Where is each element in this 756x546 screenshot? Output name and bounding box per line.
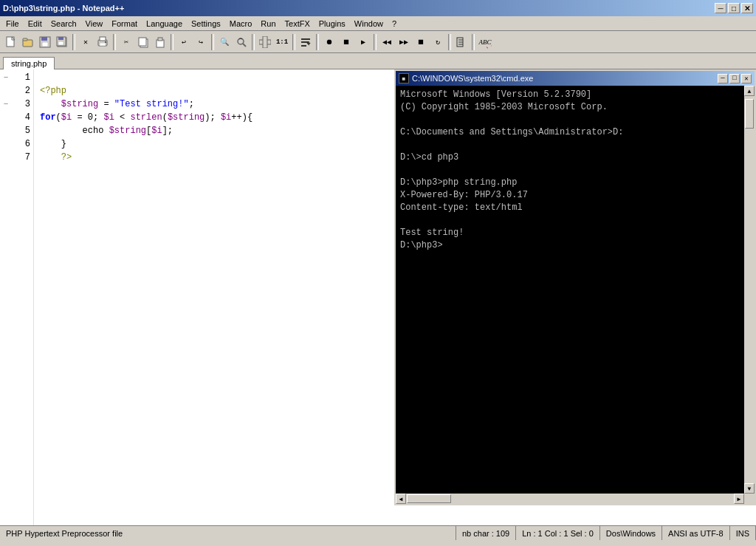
menu-run[interactable]: Run	[256, 18, 280, 30]
separator-2	[113, 34, 116, 50]
save-all-button[interactable]	[54, 34, 70, 50]
cmd-close-button[interactable]: ✕	[741, 74, 752, 83]
fold-1[interactable]: −	[0, 71, 12, 84]
menu-view[interactable]: View	[81, 18, 108, 30]
cmd-scroll-left[interactable]: ◀	[396, 494, 406, 504]
menu-plugins[interactable]: Plugins	[315, 18, 350, 30]
cmd-maximize-button[interactable]: □	[729, 74, 740, 83]
close-button[interactable]: ✕	[741, 3, 753, 13]
new-button[interactable]	[3, 34, 19, 50]
svg-rect-18	[158, 38, 162, 41]
minimize-button[interactable]: ─	[715, 3, 726, 13]
svg-rect-16	[139, 38, 146, 46]
title-bar: D:\php3\string.php - Notepad++ ─ □ ✕	[0, 0, 756, 16]
menu-window[interactable]: Window	[350, 18, 388, 30]
separator-3	[171, 34, 173, 50]
tab-bar: string.php	[0, 53, 756, 69]
menu-search[interactable]: Search	[47, 18, 81, 30]
cmd-minimize-button[interactable]: ─	[718, 74, 728, 83]
separator-10	[472, 34, 475, 50]
menu-bar: File Edit Search View Format Language Se…	[0, 16, 756, 31]
fold-markers: − −	[0, 69, 12, 525]
zoom-in-button[interactable]	[257, 34, 273, 50]
play-macro-button[interactable]: ▶	[355, 34, 371, 50]
cmd-scroll-up[interactable]: ▲	[744, 86, 755, 96]
cmd-scrollbar-corner	[744, 494, 755, 504]
cmd-hscroll-track[interactable]	[406, 494, 734, 504]
status-nb-char: nb char : 109	[456, 526, 516, 540]
menu-format[interactable]: Format	[107, 18, 142, 30]
undo-button[interactable]: ↩	[176, 34, 192, 50]
cmd-scroll-track[interactable]	[744, 96, 755, 483]
cmd-window: ■ C:\WINDOWS\system32\cmd.exe ─ □ ✕ Micr…	[394, 69, 756, 505]
cmd-icon: ■	[399, 73, 409, 83]
fold-4	[0, 111, 12, 124]
cmd-window-controls: ─ □ ✕	[718, 74, 752, 83]
menu-file[interactable]: File	[1, 18, 24, 30]
window-controls: ─ □ ✕	[715, 3, 753, 13]
menu-language[interactable]: Language	[142, 18, 187, 30]
menu-macro[interactable]: Macro	[225, 18, 257, 30]
close-tab-button[interactable]: ✕	[78, 34, 94, 50]
toolbar: ✕ ✂ ↩ ↪ 🔍 1:1 ⏺ ⏹ ▶ ◀◀ ▶▶ ⏹ ↻ ABC	[0, 31, 756, 53]
print-button[interactable]	[94, 34, 111, 50]
status-ins: INS	[730, 526, 756, 540]
menu-textfx[interactable]: TextFX	[281, 18, 315, 30]
separator-8	[374, 34, 377, 50]
stop-button[interactable]: ⏹	[413, 34, 429, 50]
svg-rect-10	[58, 41, 63, 45]
svg-point-19	[238, 38, 244, 44]
menu-edit[interactable]: Edit	[24, 18, 47, 30]
status-bar: PHP Hypertext Preprocessor file nb char …	[0, 525, 756, 540]
macro-play-button[interactable]	[453, 34, 470, 50]
fold-2	[0, 84, 12, 98]
cut-button[interactable]: ✂	[118, 34, 134, 50]
separator-6	[292, 34, 295, 50]
menu-help[interactable]: ?	[388, 18, 401, 30]
fold-5	[0, 124, 12, 137]
svg-rect-22	[263, 36, 267, 48]
cmd-hscrollbar[interactable]: ◀ ▶	[396, 494, 755, 504]
paste-button[interactable]	[152, 34, 168, 50]
cmd-scroll-right[interactable]: ▶	[734, 494, 744, 504]
status-file-type: PHP Hypertext Preprocessor file	[0, 526, 456, 540]
cmd-hscroll-thumb[interactable]	[407, 494, 451, 503]
stop-record-button[interactable]: ⏹	[338, 34, 354, 50]
prev-button[interactable]: ◀◀	[379, 34, 395, 50]
status-position: Ln : 1 Col : 1 Sel : 0	[516, 526, 600, 540]
next-button[interactable]: ▶▶	[396, 34, 412, 50]
svg-point-14	[105, 41, 106, 43]
line-numbers: 1 2 3 4 5 6 7	[12, 69, 34, 525]
svg-rect-12	[100, 37, 106, 41]
save-button[interactable]	[37, 34, 53, 50]
spell-check-button[interactable]: ABC	[477, 34, 493, 50]
maximize-button[interactable]: □	[728, 3, 740, 13]
refresh-button[interactable]: ↻	[430, 34, 446, 50]
cmd-scroll-down[interactable]: ▼	[744, 483, 755, 494]
replace-button[interactable]	[233, 34, 250, 50]
separator-7	[316, 34, 319, 50]
cmd-title-text: ■ C:\WINDOWS\system32\cmd.exe	[399, 73, 533, 83]
tab-string-php[interactable]: string.php	[3, 57, 55, 69]
redo-button[interactable]: ↪	[193, 34, 209, 50]
open-button[interactable]	[20, 34, 36, 50]
find-button[interactable]: 🔍	[216, 34, 233, 50]
svg-rect-5	[41, 37, 47, 41]
cmd-scrollbar[interactable]: ▲ ▼	[744, 86, 755, 494]
svg-line-20	[243, 44, 246, 47]
copy-button[interactable]	[135, 34, 151, 50]
fold-7	[0, 151, 12, 164]
status-encoding: ANSI as UTF-8	[662, 526, 730, 540]
cmd-title-bar[interactable]: ■ C:\WINDOWS\system32\cmd.exe ─ □ ✕	[396, 71, 755, 86]
record-macro-button[interactable]: ⏺	[321, 34, 337, 50]
wrap-button[interactable]	[298, 34, 314, 50]
svg-rect-9	[58, 37, 63, 40]
separator-1	[72, 34, 75, 50]
svg-rect-6	[42, 42, 48, 47]
menu-settings[interactable]: Settings	[187, 18, 225, 30]
svg-rect-13	[100, 43, 106, 46]
zoom-reset-button[interactable]: 1:1	[274, 34, 290, 50]
cmd-scroll-thumb[interactable]	[745, 99, 754, 129]
fold-3[interactable]: −	[0, 98, 12, 111]
separator-4	[211, 34, 214, 50]
